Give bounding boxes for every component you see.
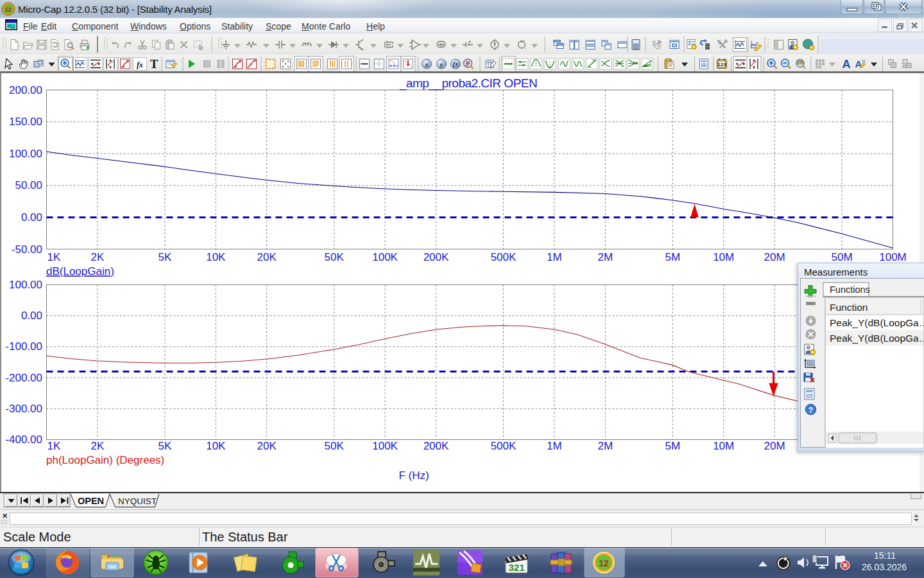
svg-text:0.00: 0.00 xyxy=(21,211,42,223)
svg-text:-200.00: -200.00 xyxy=(5,372,42,384)
svg-text:20M: 20M xyxy=(764,440,785,452)
svg-text:2M: 2M xyxy=(597,440,613,452)
svg-text:20M: 20M xyxy=(764,251,785,263)
svg-text:5K: 5K xyxy=(158,440,171,452)
svg-text:321: 321 xyxy=(508,562,524,573)
svg-text:5M: 5M xyxy=(665,440,680,452)
svg-text:50M: 50M xyxy=(832,251,853,263)
svg-text:200.00: 200.00 xyxy=(9,84,42,96)
svg-text:50K: 50K xyxy=(325,440,345,452)
svg-text:F (Hz): F (Hz) xyxy=(398,469,429,482)
svg-text:20K: 20K xyxy=(257,251,277,263)
svg-text:2K: 2K xyxy=(91,440,105,452)
svg-text:100M: 100M xyxy=(879,251,907,263)
svg-text:10K: 10K xyxy=(206,440,226,452)
svg-text:0.00: 0.00 xyxy=(21,310,42,322)
svg-text:2M: 2M xyxy=(597,251,613,263)
svg-text:Function: Function xyxy=(830,302,868,313)
svg-text:5M: 5M xyxy=(665,251,680,263)
svg-text:-400.00: -400.00 xyxy=(5,434,42,446)
svg-text:-50.00: -50.00 xyxy=(12,243,42,256)
svg-text:_amp__proba2.CIR OPEN: _amp__proba2.CIR OPEN xyxy=(399,76,537,91)
svg-text:✕: ✕ xyxy=(2,512,8,520)
svg-text:Functions: Functions xyxy=(830,285,870,295)
svg-text:1K: 1K xyxy=(47,440,61,452)
svg-text:1M: 1M xyxy=(547,251,562,263)
svg-text:100K: 100K xyxy=(372,440,398,452)
svg-text:OPEN: OPEN xyxy=(78,496,104,506)
svg-text:1K: 1K xyxy=(47,251,61,263)
svg-text:dB(LoopGain): dB(LoopGain) xyxy=(46,265,114,277)
svg-text:500K: 500K xyxy=(491,251,517,263)
svg-text:10M: 10M xyxy=(713,440,734,452)
svg-text:150.00: 150.00 xyxy=(9,116,42,128)
svg-text:100K: 100K xyxy=(372,251,398,263)
svg-text:NYQUIST: NYQUIST xyxy=(118,496,157,506)
svg-text:500K: 500K xyxy=(491,440,517,452)
svg-text:12: 12 xyxy=(599,558,609,568)
svg-text:?: ? xyxy=(809,406,813,415)
svg-text:20K: 20K xyxy=(257,440,277,452)
svg-text:-100.00: -100.00 xyxy=(5,340,42,353)
svg-text:5K: 5K xyxy=(158,251,171,263)
svg-text:200K: 200K xyxy=(424,251,449,263)
svg-text:200K: 200K xyxy=(424,440,449,452)
svg-text:-300.00: -300.00 xyxy=(5,403,42,415)
svg-text:50K: 50K xyxy=(325,251,345,263)
svg-text:50.00: 50.00 xyxy=(15,179,42,191)
svg-text:ph(LoopGain) (Degrees): ph(LoopGain) (Degrees) xyxy=(46,454,164,466)
svg-text:10M: 10M xyxy=(713,251,734,263)
svg-text:10K: 10K xyxy=(206,251,226,263)
svg-text:Peak_Y(dB(LoopGa…: Peak_Y(dB(LoopGa… xyxy=(830,333,924,344)
svg-text:Peak_Y(dB(LoopGa…: Peak_Y(dB(LoopGa… xyxy=(830,317,924,328)
svg-text:100.00: 100.00 xyxy=(9,148,42,160)
svg-text:100.00: 100.00 xyxy=(9,279,42,291)
svg-text:2K: 2K xyxy=(91,251,105,263)
svg-text:1M: 1M xyxy=(547,440,562,452)
